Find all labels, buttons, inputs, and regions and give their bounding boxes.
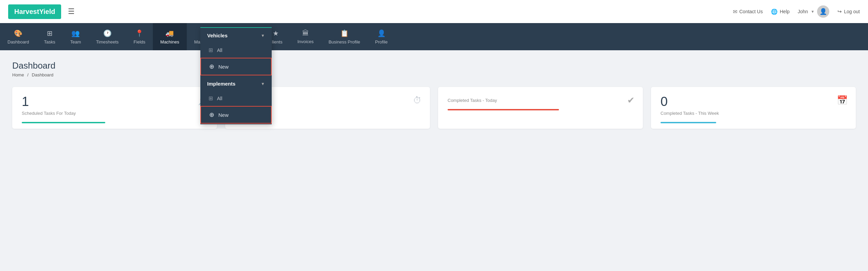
logout-icon: ↪ [837,8,842,15]
app-logo[interactable]: HarvestYield [8,4,61,19]
vehicles-all-item[interactable]: ⊞ All [200,43,272,57]
machines-dropdown: Vehicles ▼ ⊞ All ⊕ New Implements ▼ ⊞ Al… [200,27,272,124]
implements-section-header[interactable]: Implements ▼ [200,76,272,91]
implements-new-plus-icon: ⊕ [209,111,214,119]
nav-item-dashboard[interactable]: 🎨 Dashboard [0,23,37,50]
logout-link[interactable]: ↪ Log out [837,8,860,15]
help-link[interactable]: 🌐 Help [771,8,790,15]
machines-icon: 🚚 [165,29,174,37]
page-title: Dashboard [12,60,856,71]
contact-icon: ✉ [733,8,737,15]
user-chevron-icon: ▼ [811,10,814,14]
implements-chevron-icon: ▼ [261,82,265,86]
avatar: 👤 [817,5,829,18]
nav-item-profile[interactable]: 👤 Profile [368,23,395,50]
dashboard-icon: 🎨 [14,29,22,37]
stat-card-completed-week: 0 Completed Tasks - This Week 📅 [651,87,856,129]
implements-new-item[interactable]: ⊕ New [200,106,272,124]
implements-all-item[interactable]: ⊞ All [200,91,272,105]
vehicles-new-plus-icon: ⊕ [209,63,214,70]
timesheets-icon: 🕐 [103,29,112,37]
stat-value-completed-week: 0 [661,95,846,108]
nav-item-invoices[interactable]: 🏛 Invoices [290,23,321,50]
navbar: 🎨 Dashboard ⊞ Tasks 👥 Team 🕐 Timesheets … [0,23,868,50]
stats-cards-row: 1 Scheduled Tasks For Today 📌 0 Tasks In… [12,87,856,129]
breadcrumb: Home / Dashboard [12,72,856,77]
topbar: HarvestYield ☰ ✉ Contact Us 🌐 Help John … [0,0,868,23]
vehicles-section-header[interactable]: Vehicles ▼ [200,28,272,43]
stat-bar-completed-today [448,109,559,110]
stat-label-completed-week: Completed Tasks - This Week [661,111,846,116]
vehicles-all-grid-icon: ⊞ [209,47,213,53]
invoices-icon: 🏛 [302,29,309,37]
stat-label-completed-today: Completed Tasks - Today [448,98,633,103]
help-icon: 🌐 [771,8,778,15]
stat-bar-scheduled [22,122,105,123]
stat-icon-completed-week: 📅 [837,95,848,106]
vehicles-new-item[interactable]: ⊕ New [200,58,272,75]
vehicles-chevron-icon: ▼ [261,33,265,38]
clients-icon: ★ [273,29,279,37]
contact-us-link[interactable]: ✉ Contact Us [733,8,763,15]
stat-label-scheduled: Scheduled Tasks For Today [22,111,207,116]
topbar-right: ✉ Contact Us 🌐 Help John ▼ 👤 ↪ Log out [733,5,860,18]
implements-all-grid-icon: ⊞ [209,95,213,102]
stat-value-scheduled: 1 [22,95,207,108]
tasks-icon: ⊞ [47,29,53,37]
nav-item-timesheets[interactable]: 🕐 Timesheets [89,23,126,50]
stat-icon-inprogress: ⏱ [413,95,422,106]
nav-item-fields[interactable]: 📍 Fields [126,23,153,50]
profile-icon: 👤 [377,29,386,37]
stat-icon-completed-today: ✔ [627,95,635,106]
stat-card-scheduled: 1 Scheduled Tasks For Today 📌 [12,87,217,129]
nav-item-machines[interactable]: 🚚 Machines [153,23,187,50]
hamburger-menu[interactable]: ☰ [68,7,75,16]
nav-item-bizprofile[interactable]: 📋 Business Profile [321,23,367,50]
nav-item-tasks[interactable]: ⊞ Tasks [37,23,63,50]
main-content: Dashboard Home / Dashboard 1 Scheduled T… [0,50,868,139]
bizprofile-icon: 📋 [340,29,349,37]
nav-item-team[interactable]: 👥 Team [63,23,89,50]
user-menu[interactable]: John ▼ 👤 [798,5,829,18]
stat-bar-completed-week [661,122,716,123]
stat-card-completed-today: Completed Tasks - Today ✔ [438,87,643,129]
fields-icon: 📍 [135,29,144,37]
team-icon: 👥 [71,29,80,37]
